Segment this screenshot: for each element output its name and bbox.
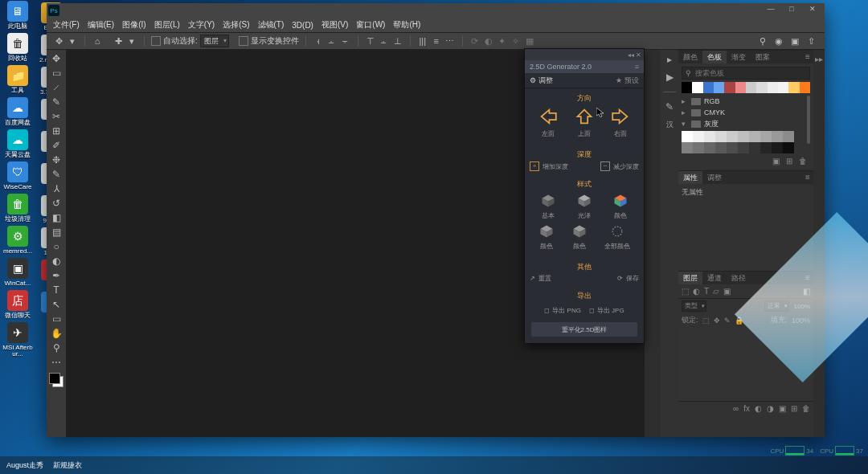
increase-depth-button[interactable]: +增加深度 bbox=[530, 161, 568, 171]
lock-all-icon[interactable]: ⬚ bbox=[702, 317, 710, 325]
blend-mode-dropdown[interactable]: 正常 bbox=[764, 300, 789, 312]
filter-toggle-icon[interactable]: ◧ bbox=[803, 287, 810, 296]
layer-kind-dropdown[interactable]: 类型 bbox=[682, 300, 706, 312]
filter-text-icon[interactable]: T bbox=[704, 287, 709, 296]
direction-top-button[interactable]: 上面 bbox=[573, 107, 596, 138]
direction-right-button[interactable]: 右面 bbox=[609, 107, 632, 138]
swatch[interactable] bbox=[704, 142, 715, 153]
swatch-folder[interactable]: ▸RGB bbox=[682, 96, 807, 107]
plugin-tab-adjust[interactable]: ⚙调整 bbox=[530, 76, 553, 86]
dodge-tool[interactable]: ◐ bbox=[47, 254, 65, 268]
plugin-collapse-icon[interactable]: ◂◂ bbox=[628, 51, 634, 58]
swatch[interactable] bbox=[768, 82, 778, 93]
desktop-icon[interactable]: ✈MSI Afterbur... bbox=[2, 321, 34, 358]
filter-pixel-icon[interactable]: ⬚ bbox=[682, 287, 689, 296]
crop-tool[interactable]: ✂ bbox=[47, 109, 65, 123]
swatch[interactable] bbox=[788, 82, 799, 93]
swatch[interactable] bbox=[772, 142, 783, 153]
swatch[interactable] bbox=[783, 131, 794, 142]
edit-toolbar[interactable]: ⋯ bbox=[47, 355, 65, 369]
taskbar[interactable]: August走秀 新规捷衣 bbox=[0, 456, 868, 474]
export-jpg-button[interactable]: ◻ 导出 JPG bbox=[589, 306, 624, 315]
menu-item[interactable]: 窗口(W) bbox=[356, 19, 385, 31]
swatch[interactable] bbox=[715, 142, 727, 153]
auto-select-checkbox[interactable] bbox=[151, 36, 161, 46]
quick-select-tool[interactable]: ✎ bbox=[47, 95, 65, 108]
align-hcenter-icon[interactable]: ⫠ bbox=[326, 35, 338, 47]
flatten-button[interactable]: 重平化2.5D图样 bbox=[531, 322, 637, 337]
swatch-search[interactable]: ⚲ bbox=[682, 67, 810, 80]
swatch[interactable] bbox=[746, 82, 756, 93]
reset-button[interactable]: ↗重置 bbox=[530, 274, 551, 283]
shape-tool[interactable]: ▭ bbox=[47, 312, 65, 325]
align-bottom-icon[interactable]: ⊥ bbox=[392, 35, 403, 47]
delete-swatch-icon[interactable]: 🗑 bbox=[799, 157, 807, 165]
swatch[interactable] bbox=[756, 82, 767, 93]
panel-menu-icon[interactable]: ≡ bbox=[802, 171, 813, 184]
decrease-depth-button[interactable]: −减少深度 bbox=[600, 161, 639, 171]
filter-shape-icon[interactable]: ▱ bbox=[713, 287, 719, 296]
new-layer-icon[interactable]: ⊞ bbox=[791, 404, 797, 413]
direction-left-button[interactable]: 左面 bbox=[537, 107, 559, 138]
titlebar[interactable]: Ps — □ ✕ bbox=[47, 3, 825, 18]
export-png-button[interactable]: ◻ 导出 PNG bbox=[544, 306, 581, 315]
desktop-icon[interactable]: 🗑垃圾清理 bbox=[2, 193, 34, 223]
history-brush-tool[interactable]: ↺ bbox=[47, 196, 65, 210]
workspace-icon[interactable]: ▣ bbox=[789, 35, 800, 47]
adj-layer-icon[interactable]: ◑ bbox=[767, 404, 774, 413]
fx-icon[interactable]: fx bbox=[743, 404, 750, 413]
auto-select-dropdown[interactable]: 图层 bbox=[200, 35, 229, 47]
brush-tool[interactable]: ✎ bbox=[47, 167, 65, 181]
delete-layer-icon[interactable]: 🗑 bbox=[802, 404, 810, 413]
swatch[interactable] bbox=[727, 131, 738, 142]
swatch[interactable] bbox=[738, 142, 749, 153]
frame-tool[interactable]: ⊞ bbox=[47, 124, 65, 137]
pen-tool[interactable]: ✒ bbox=[47, 268, 65, 282]
menu-item[interactable]: 视图(V) bbox=[321, 19, 348, 31]
minimize-button[interactable]: — bbox=[760, 5, 781, 16]
distribute-v-icon[interactable]: ≡ bbox=[431, 35, 442, 47]
panel-menu-icon[interactable]: ≡ bbox=[802, 272, 813, 284]
char-panel-icon[interactable]: 汉 bbox=[663, 118, 676, 131]
swatch[interactable] bbox=[714, 82, 724, 93]
menu-item[interactable]: 3D(D) bbox=[292, 21, 313, 30]
save-button[interactable]: ⟳保存 bbox=[617, 274, 639, 283]
desktop-icon[interactable]: ☁天翼云盘 bbox=[2, 129, 34, 159]
search-icon[interactable]: ⚲ bbox=[757, 35, 768, 47]
add-icon[interactable]: ✚ bbox=[113, 35, 124, 47]
hand-tool[interactable]: ✋ bbox=[47, 326, 65, 340]
new-folder-icon[interactable]: ▣ bbox=[772, 157, 780, 165]
mask-icon[interactable]: ◐ bbox=[755, 404, 762, 413]
align-left-icon[interactable]: ⫞ bbox=[313, 35, 324, 47]
plugin-handle[interactable]: ◂◂✕ bbox=[525, 49, 644, 60]
marquee-tool[interactable]: ▭ bbox=[47, 66, 65, 80]
plugin-close-icon[interactable]: ✕ bbox=[636, 51, 642, 58]
swatch[interactable] bbox=[693, 131, 704, 142]
link-layers-icon[interactable]: ∞ bbox=[733, 404, 739, 413]
swatch[interactable] bbox=[749, 142, 760, 153]
cloud-doc-icon[interactable]: ◉ bbox=[773, 35, 784, 47]
taskbar-item[interactable]: 新规捷衣 bbox=[53, 460, 82, 471]
menu-item[interactable]: 编辑(E) bbox=[88, 19, 114, 31]
tab-adjustments[interactable]: 调整 bbox=[702, 171, 727, 184]
swatch-folder[interactable]: ▸CMYK bbox=[682, 107, 807, 118]
home-icon[interactable]: ⌂ bbox=[92, 35, 103, 47]
filter-adj-icon[interactable]: ◐ bbox=[693, 287, 700, 296]
align-right-icon[interactable]: ⫟ bbox=[340, 35, 351, 47]
menu-item[interactable]: 选择(S) bbox=[223, 19, 249, 31]
swatch[interactable] bbox=[749, 131, 760, 142]
lock-pos-icon[interactable]: ✥ bbox=[714, 317, 720, 325]
swatch[interactable] bbox=[682, 142, 693, 153]
desktop-icon[interactable]: ⚙memred... bbox=[2, 225, 34, 255]
swatch[interactable] bbox=[760, 131, 772, 142]
history-panel-icon[interactable]: ▸ bbox=[663, 53, 676, 66]
lock-pixel-icon[interactable]: ✎ bbox=[724, 317, 731, 325]
close-button[interactable]: ✕ bbox=[802, 5, 823, 16]
actions-panel-icon[interactable]: ▶ bbox=[663, 71, 676, 84]
group-icon[interactable]: ▣ bbox=[779, 404, 786, 413]
tab-properties[interactable]: 属性 bbox=[678, 171, 702, 184]
swatch[interactable] bbox=[760, 142, 772, 153]
desktop-icon[interactable]: 🖥此电脑 bbox=[2, 0, 34, 31]
swatch[interactable] bbox=[800, 82, 810, 93]
swatch[interactable] bbox=[703, 82, 714, 93]
